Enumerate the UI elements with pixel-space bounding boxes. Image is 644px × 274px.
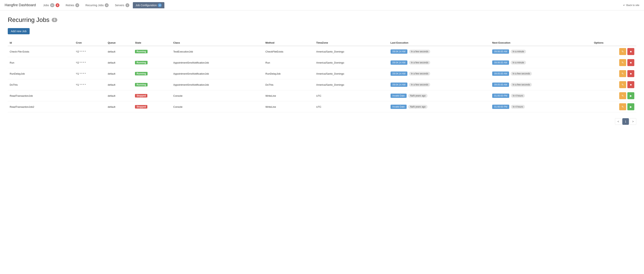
nav-label-jobconfig: Job Configuration (136, 4, 157, 7)
pagination-prev[interactable]: < (615, 118, 622, 125)
pagination-next[interactable]: > (630, 118, 636, 125)
cell-state: Running (133, 79, 171, 90)
cell-method: WriteLine (264, 101, 314, 112)
cell-state: Running (133, 46, 171, 57)
cell-queue: default (106, 101, 133, 112)
cell-queue: default (106, 46, 133, 57)
cell-class: TestExecutionJob (171, 46, 264, 57)
main-content: Recurring Jobs 6 Add new Job Id Cron Que… (0, 11, 644, 274)
cell-last-execution: Invalid Date NaN years ago (388, 101, 490, 112)
back-icon: ↩ (623, 4, 625, 7)
edit-button[interactable]: ✎ (619, 59, 626, 66)
cell-last-execution: 09:04:14 AM In a few seconds (388, 57, 490, 68)
cell-id: DoThis (8, 79, 74, 90)
cell-id: Run (8, 57, 74, 68)
cell-options: ✎ ■ (592, 46, 636, 57)
last-exec-time: 09:04:14 AM (390, 61, 408, 65)
cell-options: ✎ ■ (592, 68, 636, 79)
cell-method: WriteLine (264, 90, 314, 101)
add-new-job-button[interactable]: Add new Job (8, 28, 30, 34)
nav-badge-jobconfig: 4 (158, 3, 162, 7)
page-title: Recurring Jobs (8, 16, 49, 24)
nav-badge-jobs: 12 (50, 3, 54, 7)
cell-options: ✎ ■ (592, 57, 636, 68)
cell-timezone: UTC (314, 101, 388, 112)
nav-item-jobs[interactable]: Jobs 12 9 (40, 2, 62, 8)
state-badge: Stopped (135, 105, 147, 109)
last-exec-time: 09:04:14 AM (390, 72, 408, 76)
col-next-execution: Next Execution (490, 40, 592, 46)
table-head: Id Cron Queue State Class Method TimeZon… (8, 40, 636, 46)
page-title-row: Recurring Jobs 6 (8, 16, 636, 24)
state-badge: Running (135, 61, 148, 64)
cell-timezone: America/Santo_Domingo (314, 57, 388, 68)
nav-item-servers[interactable]: Servers 1 (112, 2, 132, 8)
run-button[interactable]: ▶ (627, 92, 634, 99)
delete-icon: ■ (630, 50, 632, 53)
edit-icon: ✎ (622, 105, 624, 108)
cell-timezone: America/Santo_Domingo (314, 46, 388, 57)
cell-cron: */1 * * * * (74, 68, 106, 79)
table-row: Check-File-Exists */2 * * * * default Ru… (8, 46, 636, 57)
cell-id: ReadTransactionJob (8, 90, 74, 101)
cell-class: Console (171, 90, 264, 101)
cell-id: RunDelayJob (8, 68, 74, 79)
cell-cron (74, 101, 106, 112)
col-id: Id (8, 40, 74, 46)
cell-method: DoThis (264, 79, 314, 90)
delete-icon: ■ (630, 83, 632, 86)
cell-cron: */2 * * * * (74, 57, 106, 68)
nav-item-retries[interactable]: Retries 0 (63, 2, 82, 8)
cell-cron: */2 * * * * (74, 46, 106, 57)
next-exec-rel: In a minute (510, 50, 526, 54)
cell-last-execution: Invalid Date NaN years ago (388, 90, 490, 101)
pagination: < 1 > (8, 118, 636, 125)
next-exec-rel: In 4 hours (511, 105, 525, 109)
cell-last-execution: 09:04:14 AM In a few seconds (388, 79, 490, 90)
cell-state: Running (133, 57, 171, 68)
cell-class: AppointmentSmsNotificationJob (171, 68, 264, 79)
edit-icon: ✎ (622, 72, 624, 75)
edit-button[interactable]: ✎ (619, 48, 626, 55)
pagination-current[interactable]: 1 (622, 118, 629, 125)
nav-item-jobconfig[interactable]: Job Configuration 4 (133, 2, 164, 8)
cell-next-execution: 01:00:00 PM In 4 hours (490, 101, 592, 112)
nav-badge-recurring: 4 (105, 3, 108, 7)
run-button[interactable]: ▶ (627, 103, 634, 110)
edit-button[interactable]: ✎ (619, 103, 626, 110)
next-exec-time: 09:06:00 AM (492, 49, 509, 54)
back-to-site[interactable]: ↩ Back to site (623, 4, 639, 7)
last-exec-rel: In a few seconds (409, 61, 430, 65)
cell-class: AppointmentSmsNotificationJob (171, 57, 264, 68)
state-badge: Running (135, 83, 148, 86)
edit-button[interactable]: ✎ (619, 92, 626, 99)
cell-timezone: UTC (314, 90, 388, 101)
delete-button[interactable]: ■ (627, 59, 634, 66)
cell-timezone: America/Santo_Domingo (314, 79, 388, 90)
delete-button[interactable]: ■ (627, 70, 634, 77)
cell-next-execution: 09:06:00 AM In a minute (490, 57, 592, 68)
delete-button[interactable]: ■ (627, 81, 634, 88)
next-exec-time: 01:00:00 PM (492, 94, 509, 98)
cell-next-execution: 09:05:00 AM In a few seconds (490, 68, 592, 79)
nav-item-recurring[interactable]: Recurring Jobs 4 (83, 2, 111, 8)
edit-button[interactable]: ✎ (619, 81, 626, 88)
table-body: Check-File-Exists */2 * * * * default Ru… (8, 46, 636, 112)
edit-button[interactable]: ✎ (619, 70, 626, 77)
edit-icon: ✎ (622, 50, 624, 53)
cell-timezone: America/Santo_Domingo (314, 68, 388, 79)
nav-label-recurring: Recurring Jobs (86, 4, 104, 7)
run-icon: ▶ (630, 105, 632, 108)
last-exec-rel: NaN years ago (408, 94, 428, 98)
delete-button[interactable]: ■ (627, 48, 634, 55)
col-method: Method (264, 40, 314, 46)
cell-queue: default (106, 79, 133, 90)
delete-icon: ■ (630, 72, 632, 75)
cell-class: Console (171, 101, 264, 112)
run-icon: ▶ (630, 94, 632, 97)
last-exec-time: Invalid Date (390, 94, 406, 98)
cell-method: RunDelayJob (264, 68, 314, 79)
nav-badge-servers: 1 (126, 3, 129, 7)
next-exec-time: 09:06:00 AM (492, 61, 509, 65)
nav-label-retries: Retries (66, 4, 74, 7)
